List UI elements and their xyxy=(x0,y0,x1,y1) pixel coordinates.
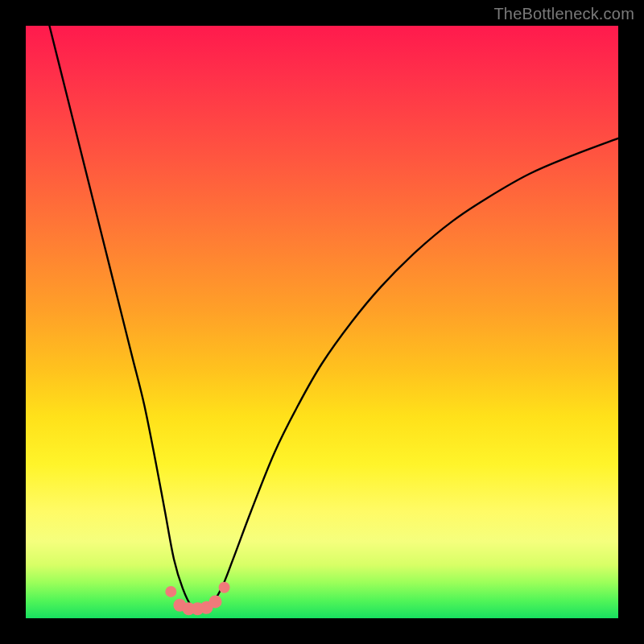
curve-marker xyxy=(165,586,176,597)
watermark-text: TheBottleneck.com xyxy=(493,5,634,23)
plot-area xyxy=(26,26,618,618)
curve-marker xyxy=(209,595,222,608)
bottom-marker-cluster xyxy=(165,582,229,615)
bottleneck-curve xyxy=(49,26,618,609)
curve-marker xyxy=(219,582,230,593)
chart-frame: TheBottleneck.com xyxy=(0,0,644,644)
curve-layer xyxy=(26,26,618,618)
